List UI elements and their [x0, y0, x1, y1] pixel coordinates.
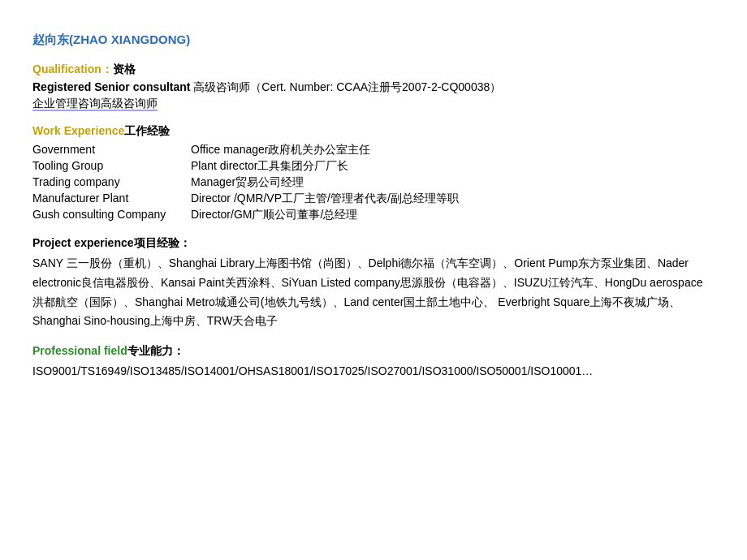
work-role: Director/GM广顺公司董事/总经理 [183, 207, 459, 223]
project-experience-header-en: Project experience [32, 236, 134, 249]
professional-field-header-en: Professional field [32, 344, 127, 357]
work-org: Government [32, 142, 183, 158]
qualification-line2: 企业管理咨询高级咨询师 [32, 97, 706, 111]
qualification-header: Qualification：资格 [32, 62, 706, 77]
professional-field-header: Professional field专业能力： [32, 344, 706, 359]
work-org: Gush consulting Company [32, 207, 183, 223]
project-experience-section: Project experience项目经验： SANY 三一股份（重机）、Sh… [32, 236, 706, 331]
project-experience-text: SANY 三一股份（重机）、Shanghai Library上海图书馆（尚图）、… [32, 254, 706, 331]
work-row: Tooling GroupPlant director工具集团分厂厂长 [32, 158, 459, 174]
qualification-header-cn: 资格 [113, 62, 136, 75]
professional-field-text: ISO9001/TS16949/ISO13485/ISO14001/OHSAS1… [32, 362, 706, 381]
work-experience-header-en: Work Experience [32, 124, 124, 137]
registered-label: Registered Senior consultant [32, 80, 190, 93]
work-role: Office manager政府机关办公室主任 [183, 142, 459, 158]
work-org: Tooling Group [32, 158, 183, 174]
work-row: Trading companyManager贸易公司经理 [32, 174, 459, 191]
work-experience-header-cn: 工作经验 [124, 124, 170, 137]
project-experience-header: Project experience项目经验： [32, 236, 706, 251]
project-experience-header-cn: 项目经验： [134, 236, 191, 249]
professional-field-header-cn: 专业能力： [127, 344, 184, 357]
work-table: GovernmentOffice manager政府机关办公室主任Tooling… [32, 142, 459, 223]
person-name: 赵向东(ZHAO XIANGDONG) [32, 32, 706, 48]
qualification-line1-text: 高级咨询师（Cert. Number: CCAA注册号2007-2-CQ0003… [190, 80, 501, 93]
work-row: Gush consulting CompanyDirector/GM广顺公司董事… [32, 207, 459, 223]
work-role: Director /QMR/VP工厂主管/管理者代表/副总经理等职 [183, 191, 459, 207]
work-experience-header: Work Experience工作经验 [32, 124, 706, 139]
qualification-section: Qualification：资格 Registered Senior consu… [32, 62, 706, 111]
work-org: Manufacturer Plant [32, 191, 183, 207]
work-role: Plant director工具集团分厂厂长 [183, 158, 459, 174]
work-org: Trading company [32, 174, 183, 191]
work-row: GovernmentOffice manager政府机关办公室主任 [32, 142, 459, 158]
work-role: Manager贸易公司经理 [183, 174, 459, 191]
qualification-line1: Registered Senior consultant 高级咨询师（Cert.… [32, 80, 706, 95]
work-row: Manufacturer PlantDirector /QMR/VP工厂主管/管… [32, 191, 459, 207]
work-experience-section: Work Experience工作经验 GovernmentOffice man… [32, 124, 706, 223]
professional-field-section: Professional field专业能力： ISO9001/TS16949/… [32, 344, 706, 381]
qualification-header-en: Qualification： [32, 62, 113, 75]
qualification-line2-text: 企业管理咨询高级咨询师 [32, 97, 158, 111]
